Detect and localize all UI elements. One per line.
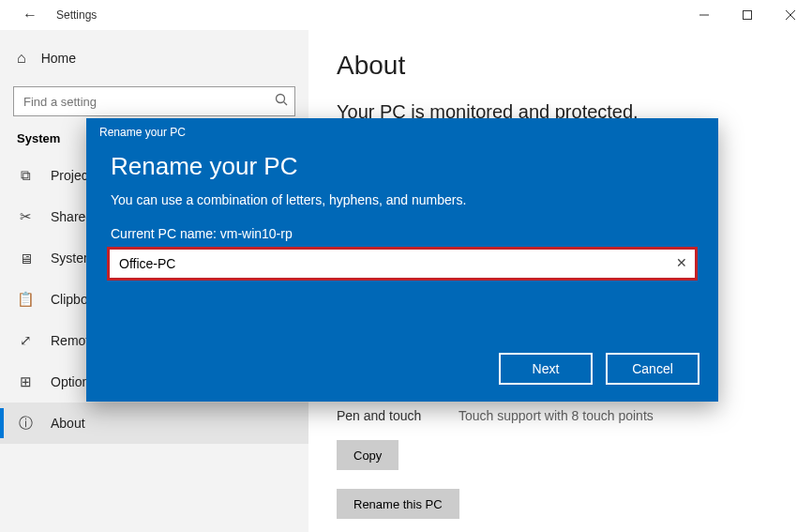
projecting-icon: ⧉	[17, 167, 34, 184]
dialog-hint: You can use a combination of letters, hy…	[86, 189, 718, 226]
sidebar-home[interactable]: ⌂ Home	[0, 39, 308, 77]
pen-touch-label: Pen and touch	[337, 408, 440, 423]
search-input[interactable]	[13, 86, 295, 116]
copy-button[interactable]: Copy	[337, 440, 398, 470]
monitor-icon: 🖥	[17, 251, 34, 266]
minimize-button[interactable]	[683, 0, 726, 30]
dialog-small-title: Rename your PC	[86, 118, 718, 139]
window-title: Settings	[56, 8, 97, 22]
remote-icon: ⤢	[17, 332, 34, 349]
clipboard-icon: 📋	[17, 291, 34, 308]
title-bar: ← Settings	[0, 0, 812, 30]
home-icon: ⌂	[17, 50, 26, 67]
close-button[interactable]	[769, 0, 812, 30]
page-title: About	[337, 51, 784, 81]
back-icon[interactable]: ←	[15, 8, 45, 23]
sidebar-home-label: Home	[41, 51, 76, 66]
rename-pc-dialog: Rename your PC Rename your PC You can us…	[86, 118, 718, 402]
pc-name-input[interactable]	[110, 250, 695, 278]
svg-point-4	[277, 95, 285, 103]
maximize-button[interactable]	[726, 0, 769, 30]
rename-pc-button[interactable]: Rename this PC	[337, 489, 459, 519]
sidebar-item-label: About	[51, 416, 85, 431]
svg-line-5	[284, 102, 288, 106]
cancel-button[interactable]: Cancel	[606, 353, 699, 385]
sidebar-item-about[interactable]: ⓘAbout	[0, 403, 308, 444]
pen-touch-value: Touch support with 8 touch points	[459, 408, 654, 423]
scissors-icon: ✂	[17, 208, 34, 225]
svg-rect-1	[744, 11, 752, 20]
dialog-heading: Rename your PC	[86, 139, 718, 189]
clear-input-icon[interactable]: ✕	[676, 255, 687, 270]
info-icon: ⓘ	[17, 415, 34, 433]
search-icon	[275, 93, 288, 109]
dialog-current-name: Current PC name: vm-win10-rp	[86, 226, 718, 247]
features-icon: ⊞	[17, 373, 34, 390]
next-button[interactable]: Next	[499, 353, 593, 385]
